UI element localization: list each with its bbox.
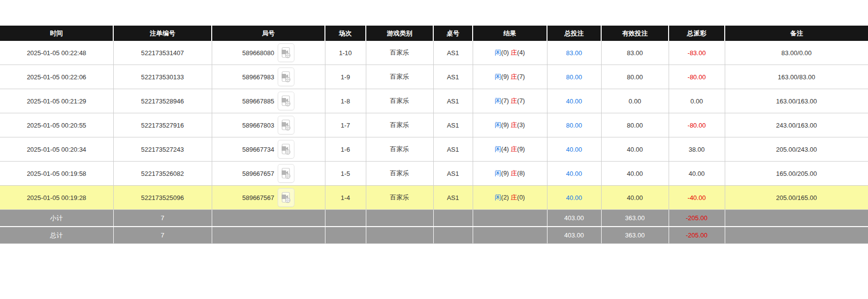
cell-game-type: 百家乐 — [366, 186, 433, 210]
video-replay-button[interactable] — [278, 164, 294, 183]
summary-empty-cell — [212, 210, 325, 227]
cell-session: 1-8 — [325, 89, 366, 113]
cell-game-type: 百家乐 — [366, 65, 433, 89]
video-replay-icon — [281, 167, 291, 179]
cell-payout: 0.00 — [669, 89, 725, 113]
cell-round: 589667983 — [212, 65, 325, 89]
result-player-count: (7) — [501, 97, 511, 104]
cell-table-no: AS1 — [433, 65, 473, 89]
cell-round: 589667885 — [212, 89, 325, 113]
cell-total-bet: 40.00 — [547, 186, 601, 210]
round-cell: 589667983 — [212, 65, 325, 89]
summary-total-bet: 403.00 — [547, 210, 601, 227]
summary-payout: -205.00 — [669, 210, 725, 227]
column-header-table_no: 桌号 — [433, 26, 473, 41]
summary-empty-cell — [212, 227, 325, 244]
table-row: 2025-01-05 00:19:58522173526082589667657… — [0, 162, 868, 186]
grand-total-row: 总计7403.00363.00-205.00 — [0, 227, 868, 244]
result-player-label: 闲 — [495, 121, 501, 129]
cell-remark: 165.00/205.00 — [725, 162, 868, 186]
payout-value: 0.00 — [690, 98, 703, 105]
cell-session: 1-4 — [325, 186, 366, 210]
column-header-session: 场次 — [325, 26, 366, 41]
cell-remark: 243.00/163.00 — [725, 113, 868, 137]
cell-remark: 205.00/243.00 — [725, 137, 868, 162]
payout-value: -40.00 — [688, 194, 706, 201]
table-header-row: 时间注单编号局号场次游戏类别桌号结果总投注有效投注总派彩备注 — [0, 26, 868, 41]
total-bet-value: 40.00 — [566, 146, 582, 153]
cell-time: 2025-01-05 00:20:55 — [0, 113, 113, 137]
cell-total-bet: 83.00 — [547, 41, 601, 65]
round-number: 589667803 — [242, 122, 274, 129]
result-player-label: 闲 — [495, 97, 501, 104]
summary-empty-cell — [725, 210, 868, 227]
result-banker-count: (0) — [517, 194, 525, 201]
cell-payout: -80.00 — [669, 113, 725, 137]
round-number: 589667567 — [242, 194, 274, 201]
summary-count: 7 — [113, 227, 212, 244]
table-row: 2025-01-05 00:22:48522173531407589668080… — [0, 41, 868, 65]
cell-total-bet: 40.00 — [547, 89, 601, 113]
column-header-remark: 备注 — [725, 26, 868, 41]
video-replay-button[interactable] — [278, 67, 294, 86]
video-replay-icon — [281, 119, 291, 131]
payout-value: 38.00 — [689, 146, 705, 153]
cell-table-no: AS1 — [433, 41, 473, 65]
summary-empty-cell — [473, 210, 547, 227]
total-bet-value: 40.00 — [566, 170, 582, 177]
summary-empty-cell — [366, 210, 433, 227]
video-replay-button[interactable] — [278, 92, 294, 110]
cell-result: 闲(2) 庄(0) — [473, 186, 547, 210]
result-player-label: 闲 — [495, 194, 501, 201]
video-replay-button[interactable] — [278, 188, 294, 207]
video-replay-button[interactable] — [278, 116, 294, 134]
round-cell: 589667885 — [212, 89, 325, 113]
result-player-count: (2) — [501, 194, 511, 201]
summary-empty-cell — [433, 210, 473, 227]
summary-empty-cell — [473, 227, 547, 244]
round-number: 589667734 — [242, 146, 274, 153]
cell-valid-bet: 80.00 — [601, 113, 669, 137]
cell-game-type: 百家乐 — [366, 89, 433, 113]
table-row: 2025-01-05 00:21:29522173528946589667885… — [0, 89, 868, 113]
cell-session: 1-7 — [325, 113, 366, 137]
cell-remark: 83.00/0.00 — [725, 41, 868, 65]
cell-valid-bet: 40.00 — [601, 137, 669, 162]
cell-session: 1-9 — [325, 65, 366, 89]
bet-records-table: 时间注单编号局号场次游戏类别桌号结果总投注有效投注总派彩备注 2025-01-0… — [0, 26, 868, 244]
total-bet-value: 80.00 — [566, 122, 582, 129]
video-replay-icon — [281, 143, 291, 155]
cell-table-no: AS1 — [433, 89, 473, 113]
round-cell: 589668080 — [212, 41, 325, 65]
cell-bet-id: 522173531407 — [113, 41, 212, 65]
summary-total-bet: 403.00 — [547, 227, 601, 244]
summary-empty-cell — [325, 227, 366, 244]
round-cell: 589667657 — [212, 162, 325, 185]
result-banker-count: (9) — [517, 145, 525, 153]
column-header-time: 时间 — [0, 26, 113, 41]
total-bet-value: 83.00 — [566, 49, 582, 57]
result-player-label: 闲 — [495, 145, 501, 153]
cell-valid-bet: 80.00 — [601, 65, 669, 89]
cell-round: 589667734 — [212, 137, 325, 162]
column-header-bet_id: 注单编号 — [113, 26, 212, 41]
result-player-count: (9) — [501, 121, 511, 129]
cell-payout: 40.00 — [669, 162, 725, 186]
cell-remark: 163.00/83.00 — [725, 65, 868, 89]
cell-result: 闲(4) 庄(9) — [473, 137, 547, 162]
payout-value: -80.00 — [688, 73, 706, 81]
result-banker-count: (7) — [517, 73, 525, 80]
cell-session: 1-6 — [325, 137, 366, 162]
cell-total-bet: 80.00 — [547, 65, 601, 89]
cell-payout: -40.00 — [669, 186, 725, 210]
result-banker-label: 庄 — [511, 121, 517, 129]
cell-result: 闲(7) 庄(7) — [473, 89, 547, 113]
video-replay-button[interactable] — [278, 140, 294, 159]
table-body: 2025-01-05 00:22:48522173531407589668080… — [0, 41, 868, 244]
cell-payout: -80.00 — [669, 65, 725, 89]
cell-round: 589667657 — [212, 162, 325, 186]
video-replay-button[interactable] — [278, 43, 294, 62]
column-header-valid_bet: 有效投注 — [601, 26, 669, 41]
video-replay-icon — [281, 192, 291, 203]
cell-round: 589667803 — [212, 113, 325, 137]
